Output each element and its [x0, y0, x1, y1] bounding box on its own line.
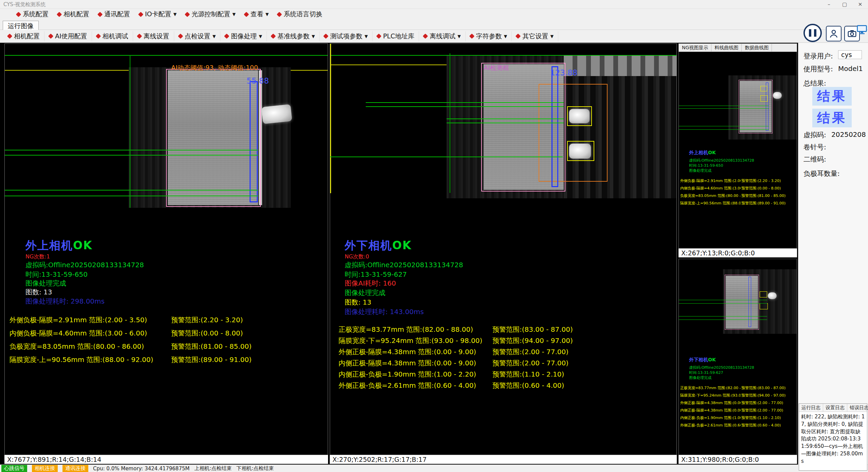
menu-item[interactable]: 系统配置 — [12, 9, 53, 20]
toolbar-item[interactable]: 离线设置 — [133, 31, 174, 41]
thumb-process-done: 图像处理完成 — [689, 375, 711, 380]
thumb-measurement-warn: 预警范围:(83.00 - 87.00) — [741, 385, 785, 391]
measurement-row: 正极宽度=83.77mm 范围:(82.00 - 88.00) 预警范围:(83… — [330, 325, 676, 336]
menu-item[interactable]: 相机配置 — [53, 9, 94, 20]
toolbar-item[interactable]: 字符参数 ▾ — [466, 31, 512, 41]
menu-item[interactable]: 光源控制配置 ▾ — [181, 9, 240, 20]
toolbar-item[interactable]: 基准线参数 ▾ — [267, 31, 320, 41]
thumb-detection-box-pink — [725, 275, 759, 330]
menu-item[interactable]: 系统语言切换 — [273, 9, 327, 20]
measure-vline-green — [450, 53, 450, 193]
thumb-camera-label: 外上相机OK — [689, 150, 716, 156]
comm-connection-badge: 通讯连接 — [62, 465, 88, 472]
thumb-camera-name: 外下相机 — [689, 357, 708, 362]
measurement-row: 内侧正极-隔膜=4.38mm 范围:(0.00 - 9.00) 预警范围:(2.… — [330, 359, 676, 370]
thumb-metal-tab-blob — [773, 92, 782, 99]
lower-camera-check-text: 下相机:点检结束 — [236, 465, 274, 472]
camera-connection-badge: 相机连接 — [32, 465, 58, 472]
thumb-measurement-row: 正极宽度=83.77mm 范围:(82.00 - 88.00) 预警范围:(83… — [679, 385, 797, 393]
virtual-code-text: 虚拟码:Offline20250208133134728 — [345, 260, 463, 270]
thumb-measurement-warn: 预警范围:(0.00 - 8.00) — [741, 186, 781, 191]
thumb-measurement-warn: 预警范围:(89.00 - 91.00) — [741, 201, 785, 206]
thumb-metal-tab-blob — [768, 292, 777, 299]
ng-preview-bottom[interactable]: 外下相机OK 虚拟码:Offline20250208133134728 时间:1… — [679, 259, 797, 455]
user-button[interactable] — [826, 26, 842, 41]
virtual-code-value: 20250208 — [831, 130, 866, 139]
measurement-warn: 预警范围:(0.00 - 8.00) — [171, 329, 243, 338]
menu-bar: 系统配置 相机配置 通讯配置 IO卡配置 ▾ 光源控制配置 ▾ — [0, 9, 868, 20]
machine-frame — [564, 56, 677, 76]
baseline-yellow-vertical — [330, 44, 331, 193]
measure-box-blue — [250, 81, 258, 202]
pause-button[interactable] — [803, 24, 822, 42]
preview-tab[interactable]: 数据曲线图 — [742, 44, 772, 52]
measurement-text: 隔膜宽度-上=90.56mm 范围:(88.00 - 92.00) — [10, 355, 153, 364]
log-tab-bar: 运行日志 设置日志 错误日志 — [799, 404, 867, 412]
measurement-list: 正极宽度=83.77mm 范围:(82.00 - 88.00) 预警范围:(83… — [330, 325, 676, 392]
thumb-measurement-text: 外侧负极-隔膜=2.91mm 范围:(2.00 - 3.50) — [680, 178, 741, 183]
preview-tab[interactable]: NG视图显示 — [679, 44, 711, 52]
pause-icon — [809, 29, 811, 37]
thumb-measurement-warn: 预警范围:(1.10 - 2.10) — [741, 415, 781, 420]
thumb-process-done: 图像处理完成 — [689, 168, 711, 173]
model-label: 使用型号: — [803, 65, 833, 74]
left-camera-view[interactable]: AI动态阈值:93, 动态阈值:100 55.88 外上相机OK NG次数:1 … — [4, 43, 328, 455]
measurement-text: 负极宽度=83.05mm 范围:(80.00 - 86.00) — [10, 342, 144, 351]
toolbar-item[interactable]: AI使用配置 — [44, 31, 92, 41]
toolbar-item[interactable]: PLC地址库 — [373, 31, 419, 41]
menu-item-icon — [97, 12, 103, 17]
toolbar-item[interactable]: 相机调试 — [92, 31, 133, 41]
toolbar-item[interactable]: 离线调试 ▾ — [419, 31, 466, 41]
ng-count-text: NG次数:0 — [345, 253, 369, 260]
thumb-measurement-row: 外侧正极-隔膜=4.38mm 范围:(0.00 - 9.00) 预警范围:(2.… — [679, 400, 797, 408]
thumb-measurement-text: 正极宽度=83.77mm 范围:(82.00 - 88.00) — [680, 385, 741, 391]
log-tab[interactable]: 运行日志 — [799, 404, 823, 412]
menu-item[interactable]: 查看 ▾ — [240, 9, 273, 20]
measure-line-green — [366, 102, 564, 103]
app-window: CYS-视觉检测系统 – ▢ ✕ 系统配置 相机配置 通讯配置 — [0, 0, 868, 472]
thumb-measurement-row: 隔膜宽度-上=90.56mm 范围:(88.00 - 92.00) 预警范围:(… — [679, 201, 797, 208]
measure-box-blue — [551, 66, 558, 187]
thumb1-statusbar: X:267;Y:13;R:0;G:0;B:0 — [679, 249, 797, 257]
measure-line-green — [366, 106, 564, 107]
preview-tab[interactable]: 料线曲线图 — [711, 44, 742, 52]
log-tab[interactable]: 设置日志 — [823, 404, 847, 412]
close-button[interactable]: ✕ — [852, 0, 868, 9]
measure-line-green — [5, 190, 258, 190]
maximize-button[interactable]: ▢ — [837, 0, 852, 9]
measurement-warn: 预警范围:(83.00 - 87.00) — [492, 325, 573, 334]
toolbar-item[interactable]: 其它设置 ▾ — [512, 31, 558, 41]
thumb-measurement-text: 外侧正极-隔膜=4.38mm 范围:(0.00 - 9.00) — [680, 400, 741, 405]
right-camera-statusbar: X:270;Y:2502;R:17;G:17;B:17 — [330, 455, 677, 464]
right-camera-view[interactable]: AI检测框 123.88 外下相机OK NG次数:0 虚拟码:Offline20… — [330, 43, 677, 455]
toolbar-item[interactable]: 测试项参数 ▾ — [320, 31, 373, 41]
thumb-measure-line — [679, 303, 767, 304]
ai-threshold-text: AI动态阈值:93, 动态阈值:100 — [171, 63, 258, 72]
toolbar-item[interactable]: 点检设置 ▾ — [174, 31, 221, 41]
menu-item[interactable]: 通讯配置 — [94, 9, 134, 20]
measure-line-green — [5, 196, 258, 196]
thumb2-statusbar: X:311;Y:980;R:0;G:0;B:0 — [679, 455, 797, 464]
thumb-measure-line — [679, 300, 767, 300]
thumb-camera-label: 外下相机OK — [689, 357, 716, 363]
cpu-memory-text: Cpu: 0.0% Memory: 3424.41796875M — [93, 466, 189, 472]
toolbar-item-label: 其它设置 ▾ — [522, 32, 554, 41]
log-panel: 运行日志 设置日志 错误日志 耗时: 222, 缺陷检测耗时: 17, 缺陷分类… — [799, 403, 867, 471]
display-button[interactable] — [856, 24, 867, 35]
log-tab[interactable]: 错误日志 — [847, 404, 868, 412]
toolbar-item[interactable]: 图像处理 ▾ — [220, 31, 267, 41]
camera-ok: OK — [392, 239, 412, 252]
ng-preview-top[interactable]: 外上相机OK 虚拟码:Offline20250208133134728 时间:1… — [679, 52, 797, 249]
measurement-row: 外侧正极-隔膜=4.38mm 范围:(0.00 - 9.00) 预警范围:(2.… — [330, 347, 676, 359]
minimize-button[interactable]: – — [821, 0, 837, 9]
menu-item-label: 系统语言切换 — [284, 10, 322, 19]
measurement-row: 隔膜宽度-下=95.24mm 范围:(93.00 - 98.00) 预警范围:(… — [330, 336, 676, 347]
menu-item[interactable]: IO卡配置 ▾ — [134, 9, 181, 20]
measurement-warn: 预警范围:(2.20 - 3.20) — [171, 315, 243, 325]
title-bar: CYS-视觉检测系统 – ▢ ✕ — [0, 0, 868, 9]
thumb-measurement-row: 隔膜宽度-下=95.24mm 范围:(93.00 - 98.00) 预警范围:(… — [679, 393, 797, 400]
result-badge-bottom: 结果 — [812, 109, 852, 127]
menu-item-label: IO卡配置 ▾ — [145, 10, 177, 19]
toolbar-item[interactable]: 相机配置 — [3, 31, 44, 41]
toolbar-item-icon — [178, 34, 183, 39]
